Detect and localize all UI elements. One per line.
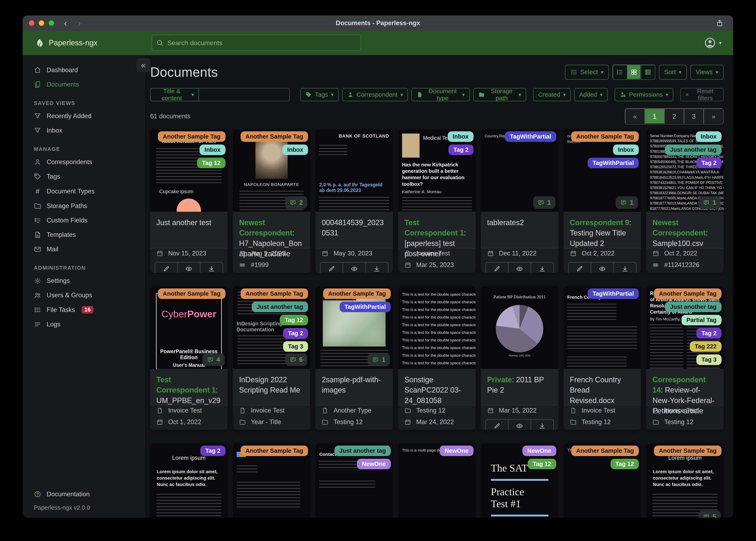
filter-correspondent-button[interactable]: Correspondent▾ [342,88,408,101]
document-correspondent[interactable]: Test Correspondent 1 [404,218,464,237]
preview-document-button[interactable] [508,263,531,273]
sidebar-item-inbox[interactable]: Inbox [31,123,140,138]
tag-pill[interactable]: NewOne [440,445,474,456]
document-title[interactable]: Private: 2011 BP Pie 2 [481,369,558,405]
document-preview[interactable]: BANK OF SCOTLAND2,0 % p. a. auf Ihr Tage… [315,129,393,212]
document-preview[interactable]: The SATPracticeTest #1Make time to take … [481,443,558,518]
view-grid-button[interactable] [627,65,641,79]
document-card[interactable]: one,1.0 five,5.0 Another Sample TagInbox… [564,129,641,273]
tag-pill[interactable]: Tag 2 [696,158,722,168]
document-title[interactable]: Just another test [150,212,228,249]
document-card[interactable]: Adobe Acrobat PDF FilesCupcake ipsum Ano… [150,129,228,273]
filter-tags-button[interactable]: Tags▾ [300,88,338,101]
sidebar-item-users-groups[interactable]: Users & Groups [31,288,140,302]
document-preview[interactable]: Boundary Waters Trip Another Sample TagT… [315,286,393,369]
document-preview[interactable]: NAPOLEON BONAPARTE Another Sample TagInb… [233,129,310,212]
tag-pill[interactable]: TagWithPartial [588,288,639,299]
document-card[interactable]: NAPOLEON BONAPARTE Another Sample TagInb… [233,129,310,273]
sidebar-item-dashboard[interactable]: Dashboard [31,63,140,77]
document-preview[interactable]: French Country Bread TagWithPartial [564,286,641,369]
document-title[interactable]: Sonstige ScanPC2022 03-24_081058 [398,369,476,405]
edit-document-button[interactable] [569,263,591,273]
download-document-button[interactable] [531,263,553,273]
document-card[interactable]: This is a test for the double space char… [398,286,476,430]
tag-pill[interactable]: Inbox [200,145,225,155]
document-title[interactable]: InDesign 2022 Scripting Read Me [233,369,310,405]
filter-document-type-button[interactable]: Document type▾ [411,88,470,101]
view-details-button[interactable] [641,65,655,79]
pagination-button-[interactable]: » [704,109,723,124]
edit-document-button[interactable] [155,263,178,273]
document-title[interactable]: tablerates2 [481,212,558,249]
document-title[interactable]: Correspondent 9: Testing New Title Updat… [564,212,641,249]
filter-created-button[interactable]: Created▾ [533,88,571,101]
tag-pill[interactable]: Partial Tag [682,315,722,325]
document-preview[interactable]: one,1.0 five,5.0 Another Sample TagInbox… [564,129,641,212]
sort-button[interactable]: Sort▾ [659,65,687,80]
sidebar-item-file-tasks[interactable]: File Tasks16 [31,302,140,317]
download-document-button[interactable] [200,263,223,273]
document-preview[interactable]: InDesign Scripting Documentation Another… [233,286,310,369]
sidebar-item-mail[interactable]: Mail [31,242,140,257]
tag-pill[interactable]: Inbox [696,131,722,142]
tag-pill[interactable]: Another Sample Tag [158,131,226,142]
document-title[interactable]: Newest Correspondent: Sample100.csv [646,212,724,249]
document-card[interactable]: Country,Region/State," TagWithPartial 1 … [481,129,558,273]
tag-pill[interactable]: Another Sample Tag [571,131,639,142]
document-correspondent[interactable]: Private [487,375,512,384]
tag-pill[interactable]: Tag 2 [200,445,226,456]
tag-pill[interactable]: Just another tag [334,445,391,456]
document-card[interactable]: Patient BP Distribution 2011Normal, 150,… [481,286,558,430]
tag-pill[interactable]: Tag 2 [448,145,474,155]
filter-storage-path-button[interactable]: Storage path▾ [473,88,526,101]
pagination-button-3[interactable]: 3 [684,109,704,124]
document-preview[interactable]: Lorem ipsumLorem ipsum dolor sit amet, c… [150,443,228,518]
preview-document-button[interactable] [591,263,614,273]
sidebar-item-logs[interactable]: Logs [31,317,140,331]
tag-pill[interactable]: Just another tag [665,301,722,312]
notes-badge[interactable]: 1 [368,353,390,366]
views-button[interactable]: Views▾ [690,65,724,80]
download-document-button[interactable] [614,263,636,273]
document-card[interactable]: This is a multi page document. Page 1. N… [398,443,476,518]
tag-pill[interactable]: NewOne [522,445,556,456]
reset-filters-button[interactable]: ×Reset filters [680,88,724,101]
tag-pill[interactable]: Another Sample Tag [654,445,722,456]
tag-pill[interactable]: NewOne [357,459,391,469]
preview-document-button[interactable] [508,419,531,430]
document-title[interactable]: French Country Bread Revised.docx [564,369,641,405]
tag-pill[interactable]: Another Sample Tag [323,288,391,299]
document-preview[interactable]: Patient BP Distribution 2011Normal, 150,… [481,286,558,369]
document-preview[interactable]: This is a test Another Sample TagTag 12 [564,443,641,518]
edit-document-button[interactable] [486,419,509,430]
sidebar-item-tags[interactable]: Tags [31,169,140,184]
document-title[interactable]: Test Correspondent 1: [paperless] test p… [398,212,476,249]
tag-pill[interactable]: Tag 3 [696,354,722,365]
pagination-button-2[interactable]: 2 [664,109,684,124]
document-card[interactable]: Lorem ipsumLorem ipsum dolor sit amet, c… [646,443,724,518]
document-preview[interactable]: Review ofof Arbitral Awards shows Swift … [646,286,724,369]
tag-pill[interactable]: Tag 222 [690,341,722,352]
view-list-button[interactable] [613,65,627,79]
sidebar-item-recently-added[interactable]: Recently Added [31,109,140,123]
pagination-button-[interactable]: « [625,109,645,124]
document-preview[interactable]: This is a multi page document. Page 1. N… [398,443,476,518]
notes-badge[interactable]: 2 [285,196,307,209]
document-preview[interactable]: Contact Sheet Demo Just another tagNewOn… [315,443,393,518]
tag-pill[interactable]: Tag 12 [280,315,308,325]
notes-badge[interactable]: 1 [698,196,721,209]
tag-pill[interactable]: Just another tag [665,145,722,155]
tag-pill[interactable]: TagWithPartial [588,158,639,168]
app-brand[interactable]: Paperless-ngx [34,38,98,48]
sidebar-item-custom-fields[interactable]: Custom Fields [31,213,140,228]
document-card[interactable]: CyberPowerPowerPanel® Business EditionUs… [150,286,228,430]
tag-pill[interactable]: Another Sample Tag [241,445,308,456]
tag-pill[interactable]: Tag 12 [528,459,556,469]
tag-pill[interactable]: Another Sample Tag [654,288,722,299]
tag-pill[interactable]: Inbox [448,131,474,142]
user-menu[interactable]: ▾ [704,37,722,49]
document-correspondent[interactable]: Newest Correspondent [239,218,292,237]
document-preview[interactable]: Country,Region/State," TagWithPartial 1 [481,129,558,212]
preview-document-button[interactable] [178,263,201,273]
download-document-button[interactable] [531,419,553,430]
